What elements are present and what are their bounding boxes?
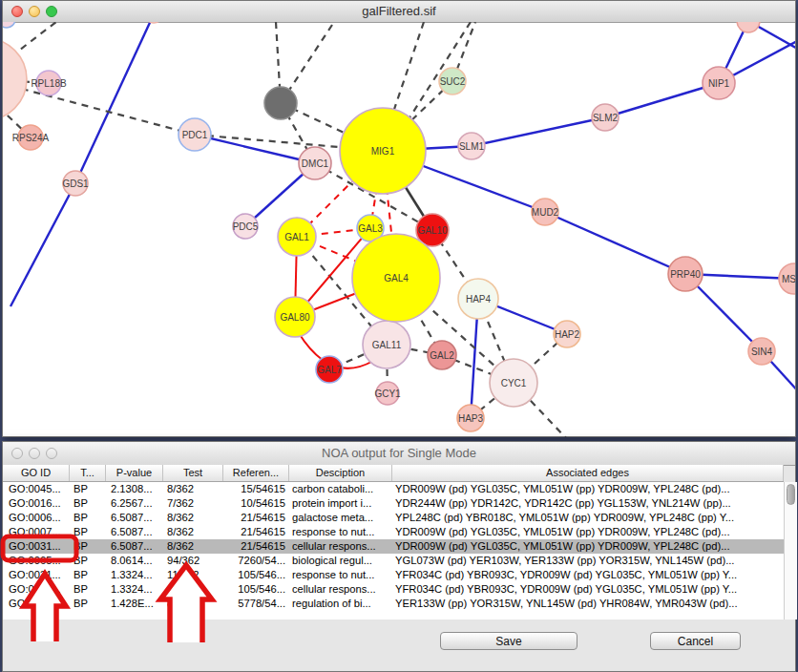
cell-test: 7/362 bbox=[163, 496, 223, 511]
cell-type: BP bbox=[70, 554, 106, 568]
table-row[interactable]: GO:0006...BP6.5087...8/36221/54615galact… bbox=[3, 511, 784, 525]
node-label: HAP2 bbox=[555, 329, 580, 340]
node-label: HAP3 bbox=[458, 413, 484, 424]
cell-p-value: 6.5087... bbox=[106, 511, 163, 525]
cell-description: galactose meta... bbox=[289, 511, 392, 525]
cell-associated-edges: YGL073W (pd) YER103W, YER133W (pp) YOR31… bbox=[392, 554, 784, 568]
node-unlabeled[interactable] bbox=[144, 22, 163, 23]
node-label: GAL80 bbox=[280, 312, 310, 323]
cell-type: BP bbox=[70, 568, 106, 582]
edge-blue[interactable] bbox=[605, 83, 719, 117]
cell-go-id: GO:0031... bbox=[3, 582, 70, 597]
network-window: galFiltered.sif RPL18BRPS24AGDS1PDC1DMC1… bbox=[2, 0, 796, 437]
column-header[interactable]: T... bbox=[70, 465, 106, 481]
cell-p-value: 6.2567... bbox=[106, 496, 163, 511]
cell-associated-edges: YDR009W (pd) YGL035C, YML051W (pp) YDR00… bbox=[392, 539, 784, 554]
cell-reference: 21/54615 bbox=[223, 539, 289, 554]
table-row[interactable]: GO:0031...BP6.5087...8/36221/54615cellul… bbox=[3, 539, 784, 554]
cell-p-value: 2.1308... bbox=[106, 482, 163, 496]
cell-p-value: 6.5087... bbox=[106, 539, 163, 554]
cell-p-value: 8.0614... bbox=[106, 554, 163, 568]
cell-associated-edges: YER133W (pp) YOR315W, YNL145W (pd) YHR08… bbox=[392, 597, 784, 611]
table-row[interactable]: GO:0045...BP2.1308...8/36215/54615carbon… bbox=[3, 482, 784, 496]
edge-blue[interactable] bbox=[75, 22, 154, 183]
cell-description: regulation of bi... bbox=[289, 597, 392, 611]
node-label: MUD2 bbox=[532, 207, 559, 218]
cell-description: cellular respons... bbox=[289, 582, 392, 597]
table-row[interactable]: GO:0050...BP1.428E...80/3625778/54...reg… bbox=[3, 597, 784, 611]
node-label: DMC1 bbox=[302, 158, 329, 169]
node-label: NIP1 bbox=[708, 78, 730, 89]
output-window-titlebar[interactable]: NOA output for Single Mode bbox=[3, 442, 795, 466]
table-row[interactable]: GO:0031...BP1.3324...11/362105/546...res… bbox=[3, 568, 784, 582]
node-label: MIG1 bbox=[371, 146, 395, 157]
table-row[interactable]: GO:0016...BP6.2567...7/36210/54615protei… bbox=[3, 496, 784, 511]
node-label: MSL5 bbox=[782, 274, 795, 284]
network-window-titlebar[interactable]: galFiltered.sif bbox=[3, 1, 795, 23]
table-row[interactable]: GO:0065...BP8.0614...94/3627260/54...bio… bbox=[3, 554, 784, 568]
node-unlabeled[interactable] bbox=[3, 22, 15, 28]
cell-test: 80/362 bbox=[163, 597, 223, 611]
node-label: SIN4 bbox=[751, 346, 773, 357]
column-header[interactable]: P-value bbox=[106, 465, 163, 481]
edge-blue[interactable] bbox=[472, 117, 605, 146]
node-unlabeled[interactable] bbox=[264, 87, 297, 119]
node-label: CYC1 bbox=[501, 378, 527, 388]
network-window-title: galFiltered.sif bbox=[3, 1, 795, 22]
node-label: SLM1 bbox=[459, 141, 485, 152]
network-canvas[interactable]: RPL18BRPS24AGDS1PDC1DMC1MIG1SUC2SLM1SLM2… bbox=[3, 22, 795, 437]
cell-test: 11/362 bbox=[163, 568, 223, 582]
node-label: GAL7 bbox=[317, 365, 342, 375]
table-body: GO:0045...BP2.1308...8/36215/54615carbon… bbox=[3, 482, 784, 620]
edge-blue[interactable] bbox=[195, 135, 315, 163]
cell-associated-edges: YPL248C (pd) YBR018C, YML051W (pp) YDR00… bbox=[392, 511, 784, 525]
cell-test: 8/362 bbox=[163, 539, 223, 554]
cell-reference: 5778/54... bbox=[223, 597, 289, 611]
table-row[interactable]: GO:0031...BP1.3324...11/362105/546...cel… bbox=[3, 582, 784, 597]
cancel-button[interactable]: Cancel bbox=[650, 632, 741, 650]
cell-associated-edges: YDR009W (pd) YGL035C, YML051W (pp) YDR00… bbox=[392, 482, 784, 496]
edge-blue[interactable] bbox=[10, 183, 75, 306]
cell-description: cellular respons... bbox=[289, 539, 392, 554]
vertical-scrollbar[interactable] bbox=[784, 482, 797, 620]
cell-test: 94/362 bbox=[163, 554, 223, 568]
cell-type: BP bbox=[70, 511, 106, 525]
cell-reference: 21/54615 bbox=[223, 525, 289, 539]
save-button[interactable]: Save bbox=[440, 632, 578, 650]
node-label: GAL10 bbox=[417, 225, 448, 236]
column-header[interactable]: Desciption bbox=[289, 465, 392, 481]
node-label: RPL18B bbox=[31, 78, 67, 89]
cell-p-value: 1.3324... bbox=[106, 568, 163, 582]
node-unlabeled[interactable] bbox=[3, 38, 27, 120]
table-header: GO IDT...P-valueTestReferen...Desciption… bbox=[3, 465, 784, 482]
cell-reference: 105/546... bbox=[223, 568, 289, 582]
table-row[interactable]: GO:0007...BP6.5087...8/36221/54615respon… bbox=[3, 525, 784, 539]
cell-reference: 21/54615 bbox=[223, 511, 289, 525]
cell-test: 8/362 bbox=[163, 511, 223, 525]
cell-p-value: 1.3324... bbox=[106, 582, 163, 597]
column-header[interactable]: GO ID bbox=[3, 465, 70, 481]
column-header[interactable]: Referen... bbox=[223, 465, 289, 481]
output-window-title: NOA output for Single Mode bbox=[3, 442, 795, 465]
cell-type: BP bbox=[70, 496, 106, 511]
node-label: HAP4 bbox=[466, 294, 492, 304]
cell-type: BP bbox=[70, 525, 106, 539]
node-unlabeled[interactable] bbox=[737, 22, 760, 32]
scrollbar-thumb[interactable] bbox=[787, 484, 795, 505]
cell-associated-edges: YFR034C (pd) YBR093C, YDR009W (pd) YGL03… bbox=[392, 582, 784, 597]
cell-description: response to nut... bbox=[289, 525, 392, 539]
node-label: RPS24A bbox=[12, 133, 50, 143]
cell-go-id: GO:0050... bbox=[3, 597, 70, 611]
cell-type: BP bbox=[70, 597, 106, 611]
node-label: GAL2 bbox=[430, 350, 454, 361]
column-header[interactable]: Associated edges bbox=[392, 465, 784, 481]
cell-reference: 10/54615 bbox=[223, 496, 289, 511]
cell-associated-edges: YDR244W (pp) YDR142C, YDR142C (pp) YGL15… bbox=[392, 496, 784, 511]
node-label: PDC1 bbox=[182, 130, 208, 140]
noa-output-window: NOA output for Single Mode GO IDT...P-va… bbox=[2, 441, 796, 672]
cell-test: 11/362 bbox=[163, 582, 223, 597]
column-header[interactable]: Test bbox=[163, 465, 223, 481]
cell-go-id: GO:0016... bbox=[3, 496, 70, 511]
edge-blue[interactable] bbox=[545, 212, 685, 274]
cell-type: BP bbox=[70, 582, 106, 597]
